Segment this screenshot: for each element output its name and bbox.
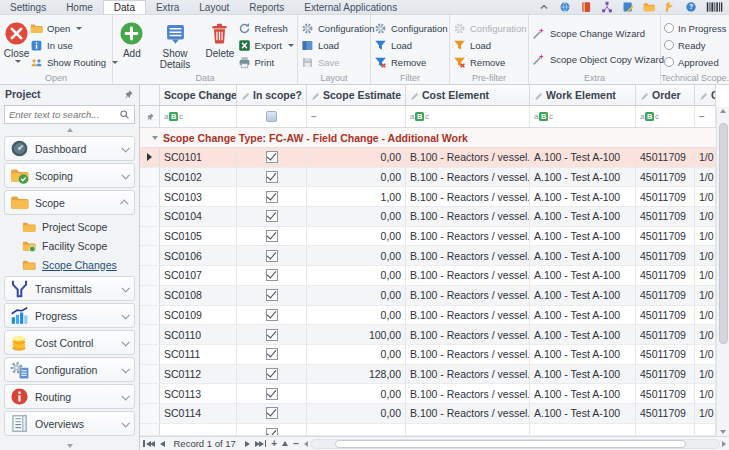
table-row[interactable]: SC01060,00B.100 - Reactors / vessel...A.… [140, 246, 716, 266]
cell-cost-element[interactable]: B.100 - Reactors / vessel... [406, 148, 530, 167]
table-row[interactable]: SC01140,00B.100 - Reactors / vessel...A.… [140, 404, 716, 424]
print-button[interactable]: Print [238, 55, 294, 69]
cell-order[interactable]: 45011709 [636, 148, 695, 167]
filter-configuration-button[interactable]: Configuration [374, 21, 448, 35]
sidebar-item-overviews[interactable]: Overviews [4, 411, 135, 436]
cell-scope-change[interactable]: SC0112 [160, 365, 237, 384]
folder-icon[interactable] [643, 1, 655, 13]
cell-scope-change[interactable]: SC0108 [160, 286, 237, 305]
column-header-ord[interactable]: Ord [695, 85, 716, 105]
ribbon-tab-settings[interactable]: Settings [0, 0, 56, 14]
column-header-cost-element[interactable]: Cost Element [406, 85, 530, 105]
cell-in-scope[interactable] [237, 246, 307, 265]
first-record-button[interactable] [143, 439, 155, 449]
cell-cost-element[interactable]: B.100 - Reactors / vessel... [406, 306, 530, 325]
filter-cell-scope-change[interactable]: aBc [160, 106, 237, 127]
cell-in-scope[interactable] [237, 148, 307, 167]
sidebar-item-cost-control[interactable]: Cost Control [4, 330, 135, 355]
radio-approved[interactable]: Approved [664, 55, 727, 69]
globe-icon[interactable] [559, 1, 571, 13]
sidebar-item-scope[interactable]: Scope [4, 190, 135, 215]
cell-order[interactable]: 45011709 [636, 168, 695, 187]
in-use-button[interactable]: In use [30, 38, 118, 52]
cell-in-scope[interactable] [237, 404, 307, 423]
table-row[interactable]: SC01031,00B.100 - Reactors / vessel...A.… [140, 187, 716, 207]
row-indicator[interactable] [140, 187, 160, 206]
cell-work-element[interactable]: A.100 - Test A-100 [530, 148, 636, 167]
table-row-partial[interactable] [140, 424, 716, 436]
row-indicator[interactable] [140, 246, 160, 265]
cell-scope-estimate[interactable]: 0,00 [307, 168, 406, 187]
cell-cost-element[interactable]: B.100 - Reactors / vessel... [406, 325, 530, 344]
cell-work-element[interactable]: A.100 - Test A-100 [530, 266, 636, 285]
in-scope-checkbox[interactable] [266, 191, 278, 203]
in-scope-checkbox[interactable] [266, 171, 278, 183]
sidebar-item-progress[interactable]: Progress [4, 303, 135, 328]
filter-cell-in-scope[interactable] [237, 106, 307, 127]
edit-record-button[interactable] [282, 439, 288, 449]
in-scope-checkbox[interactable] [266, 368, 278, 380]
row-indicator[interactable] [140, 345, 160, 364]
cell-scope-estimate[interactable]: 100,00 [307, 325, 406, 344]
ribbon-tab-home[interactable]: Home [56, 0, 103, 14]
sidebar-item-transmittals[interactable]: Transmittals [4, 276, 135, 301]
group-row[interactable]: Scope Change Type: FC-AW - Field Change … [140, 128, 716, 148]
sidebar-item-configuration[interactable]: Configuration [4, 357, 135, 382]
cell-in-scope[interactable] [237, 168, 307, 187]
refresh-button[interactable]: Refresh [238, 21, 294, 35]
table-row[interactable]: SC01020,00B.100 - Reactors / vessel...A.… [140, 168, 716, 188]
sidebar-item-scoping[interactable]: Scoping [4, 163, 135, 188]
radio-in-progress[interactable]: In Progress [664, 21, 727, 35]
close-button[interactable]: Close [3, 18, 30, 63]
ribbon-tab-layout[interactable]: Layout [189, 0, 239, 14]
barcode-icon[interactable] [706, 1, 723, 13]
cell-order[interactable]: 45011709 [636, 325, 695, 344]
ribbon-tab-extra[interactable]: Extra [146, 0, 189, 14]
prefilter-remove-button[interactable]: Remove [453, 55, 527, 69]
cell-work-element[interactable]: A.100 - Test A-100 [530, 345, 636, 364]
ribbon-tab-reports[interactable]: Reports [239, 0, 294, 14]
cell-cost-element[interactable]: B.100 - Reactors / vessel... [406, 345, 530, 364]
cell-order[interactable]: 45011709 [636, 286, 695, 305]
column-header-in-scope[interactable]: In scope? [237, 85, 307, 105]
cell-order[interactable]: 45011709 [636, 246, 695, 265]
row-indicator[interactable] [140, 266, 160, 285]
cell-cost-element[interactable]: B.100 - Reactors / vessel... [406, 266, 530, 285]
cell-ord[interactable]: 1/0 [695, 227, 716, 246]
filter-cell-scope-estimate[interactable]: − [307, 106, 406, 127]
cell-ord[interactable]: 1/0 [695, 325, 716, 344]
scroll-left-arrow-icon[interactable] [304, 441, 308, 447]
cell-scope-estimate[interactable]: 0,00 [307, 266, 406, 285]
vertical-scrollbar[interactable] [716, 107, 729, 436]
last-record-button[interactable] [255, 439, 267, 449]
cell-cost-element[interactable]: B.100 - Reactors / vessel... [406, 168, 530, 187]
scope-object-copy-wizard-button[interactable]: Scope Object Copy Wizard [532, 50, 664, 68]
cell-scope-change[interactable]: SC0107 [160, 266, 237, 285]
in-scope-checkbox[interactable] [266, 388, 278, 400]
scroll-up-arrow-icon[interactable] [720, 109, 726, 113]
filter-cell-work-element[interactable]: aBc [530, 106, 636, 127]
prefilter-load-button[interactable]: Load [453, 38, 527, 52]
row-indicator[interactable] [140, 306, 160, 325]
cell-cost-element[interactable]: B.100 - Reactors / vessel... [406, 404, 530, 423]
filter-cell-ord[interactable]: − [695, 106, 716, 127]
ribbon-tab-data[interactable]: Data [103, 0, 146, 14]
cell-work-element[interactable]: A.100 - Test A-100 [530, 227, 636, 246]
share-icon[interactable] [601, 1, 613, 13]
table-row[interactable]: SC01050,00B.100 - Reactors / vessel...A.… [140, 227, 716, 247]
layout-configuration-button[interactable]: Configuration [301, 21, 375, 35]
cell-scope-estimate[interactable]: 0,00 [307, 148, 406, 167]
in-scope-checkbox[interactable] [266, 151, 278, 163]
cell-order[interactable]: 45011709 [636, 306, 695, 325]
table-row[interactable]: SC01090,00B.100 - Reactors / vessel...A.… [140, 306, 716, 326]
cell-ord[interactable]: 1/0 [695, 148, 716, 167]
cell-order[interactable]: 45011709 [636, 266, 695, 285]
in-scope-checkbox[interactable] [266, 407, 278, 419]
cell-cost-element[interactable]: B.100 - Reactors / vessel... [406, 207, 530, 226]
cell-cost-element[interactable]: B.100 - Reactors / vessel... [406, 384, 530, 403]
table-row[interactable]: SC01130,00B.100 - Reactors / vessel...A.… [140, 384, 716, 404]
cell-scope-estimate[interactable]: 0,00 [307, 384, 406, 403]
sidebar-scroll-up-hint[interactable] [0, 126, 139, 134]
search-icon[interactable] [119, 109, 130, 120]
row-indicator[interactable] [140, 384, 160, 403]
